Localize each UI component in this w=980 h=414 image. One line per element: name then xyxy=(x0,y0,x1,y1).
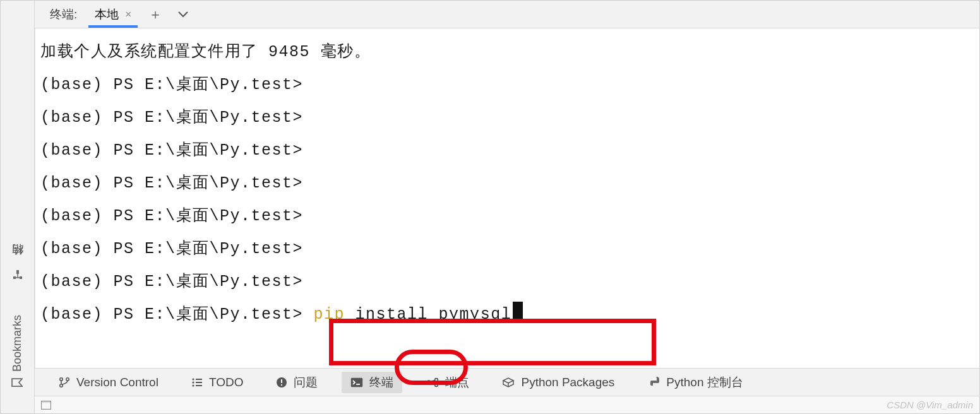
tool-vcs-label: Version Control xyxy=(76,376,158,389)
python-icon xyxy=(647,376,660,389)
new-terminal-button[interactable]: ＋ xyxy=(141,1,169,28)
svg-rect-13 xyxy=(281,379,282,383)
tool-todo[interactable]: TODO xyxy=(182,373,253,392)
svg-rect-1 xyxy=(20,276,22,279)
left-tool-gutter: 结构 Bookmarks xyxy=(1,1,35,413)
terminal-tab-label: 本地 xyxy=(95,6,119,23)
svg-rect-16 xyxy=(356,384,360,385)
terminal-cursor xyxy=(513,302,523,322)
endpoints-icon xyxy=(426,377,439,387)
tool-problems[interactable]: 问题 xyxy=(267,372,326,393)
tool-python-packages[interactable]: Python Packages xyxy=(493,373,623,392)
panel-title: 终端: xyxy=(42,1,85,28)
terminal-line-loadmsg: 加载个人及系统配置文件用了 9485 毫秒。 xyxy=(40,36,974,69)
close-icon[interactable]: × xyxy=(125,8,131,21)
svg-point-10 xyxy=(192,384,194,386)
side-tab-bookmarks-label: Bookmarks xyxy=(11,315,24,372)
tool-endpoints-label: 端点 xyxy=(445,374,469,391)
svg-rect-9 xyxy=(196,382,202,383)
side-tab-structure[interactable]: 结构 xyxy=(10,264,25,280)
terminal-cmd-args: install pymysql xyxy=(345,305,511,324)
branch-icon xyxy=(59,377,70,388)
svg-rect-22 xyxy=(42,401,51,403)
terminal-line-prompt: (base) PS E:\桌面\Py.test> xyxy=(40,266,974,299)
svg-point-18 xyxy=(435,378,438,381)
chevron-down-icon xyxy=(178,11,188,18)
svg-point-19 xyxy=(435,383,438,386)
watermark-text: CSDN @Vim_admin xyxy=(887,399,973,410)
terminal-tab-local[interactable]: 本地 × xyxy=(85,1,141,28)
main-area: 终端: 本地 × ＋ 加载个人及系统配置文件用了 9485 毫秒。 (base)… xyxy=(35,1,979,413)
svg-point-5 xyxy=(66,377,69,380)
app-root: 结构 Bookmarks 终端: 本地 × ＋ 加载个人及系统配置文件用了 94… xyxy=(0,0,980,414)
svg-rect-2 xyxy=(16,270,19,274)
bottom-toolbar: Version Control TODO 问题 终端 xyxy=(35,368,979,396)
status-bar: CSDN @Vim_admin xyxy=(35,396,979,413)
svg-point-4 xyxy=(60,384,63,386)
terminal-line-command: (base) PS E:\桌面\Py.test> pip install pym… xyxy=(40,299,974,331)
terminal-dropdown-button[interactable] xyxy=(169,1,197,28)
side-tab-bookmarks[interactable]: Bookmarks xyxy=(11,315,24,388)
tool-terminal[interactable]: 终端 xyxy=(342,372,402,393)
svg-rect-7 xyxy=(196,379,202,380)
svg-point-20 xyxy=(654,377,655,379)
terminal-tabbar: 终端: 本地 × ＋ xyxy=(35,1,979,28)
terminal-line-prompt: (base) PS E:\桌面\Py.test> xyxy=(40,102,974,134)
status-window-icon[interactable] xyxy=(41,401,51,410)
svg-point-8 xyxy=(192,381,194,383)
tool-todo-label: TODO xyxy=(209,376,244,389)
bookmark-icon xyxy=(12,378,23,387)
terminal-cmd-pip: pip xyxy=(314,305,345,324)
terminal-line-prompt: (base) PS E:\桌面\Py.test> xyxy=(40,69,974,102)
svg-rect-11 xyxy=(196,385,202,386)
svg-point-3 xyxy=(60,377,63,380)
terminal-line-prompt: (base) PS E:\桌面\Py.test> xyxy=(40,233,974,266)
svg-rect-15 xyxy=(351,377,362,386)
svg-point-6 xyxy=(192,378,194,380)
terminal-line-prompt: (base) PS E:\桌面\Py.test> xyxy=(40,167,974,200)
tool-version-control[interactable]: Version Control xyxy=(50,373,167,392)
structure-icon xyxy=(13,269,23,280)
warning-icon xyxy=(276,377,287,388)
terminal-output[interactable]: 加载个人及系统配置文件用了 9485 毫秒。 (base) PS E:\桌面\P… xyxy=(35,28,979,368)
tool-python-console[interactable]: Python 控制台 xyxy=(638,372,751,393)
tool-endpoints[interactable]: 端点 xyxy=(417,372,478,393)
packages-icon xyxy=(502,377,515,388)
svg-rect-0 xyxy=(13,276,16,279)
tool-pypkg-label: Python Packages xyxy=(521,376,614,389)
svg-rect-14 xyxy=(281,384,282,386)
list-icon xyxy=(191,378,203,387)
tool-pyconsole-label: Python 控制台 xyxy=(666,374,743,391)
terminal-line-prompt: (base) PS E:\桌面\Py.test> xyxy=(40,134,974,167)
tool-problems-label: 问题 xyxy=(294,374,318,391)
terminal-line-prompt: (base) PS E:\桌面\Py.test> xyxy=(40,200,974,233)
terminal-icon xyxy=(350,377,363,387)
svg-point-17 xyxy=(427,381,431,384)
tool-terminal-label: 终端 xyxy=(369,374,393,391)
